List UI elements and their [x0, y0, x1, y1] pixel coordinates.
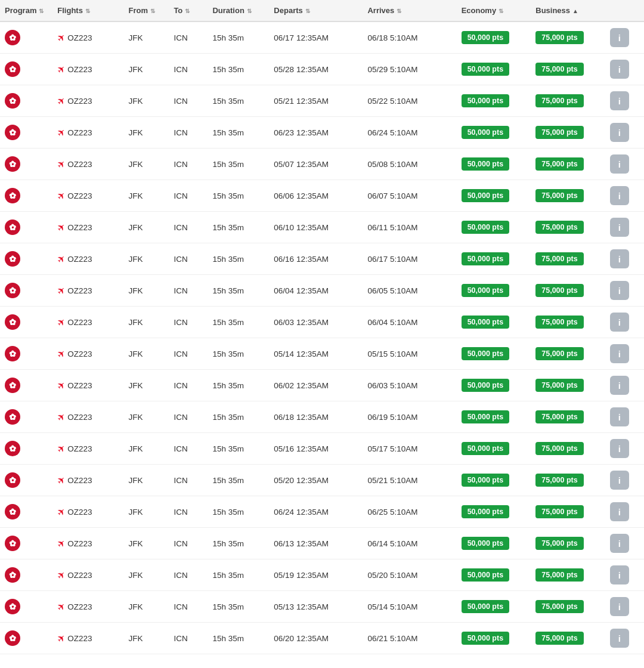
col-header-departs[interactable]: Departs⇅ — [269, 0, 363, 21]
business-badge[interactable]: 75,000 pts — [535, 379, 583, 392]
business-cell[interactable]: 75,000 pts — [531, 370, 605, 401]
economy-cell[interactable]: 50,000 pts — [457, 117, 531, 149]
economy-badge[interactable]: 50,000 pts — [462, 442, 509, 455]
col-header-flights[interactable]: Flights⇅ — [52, 0, 123, 21]
economy-badge[interactable]: 50,000 pts — [462, 537, 509, 550]
info-button[interactable]: i — [610, 281, 629, 300]
action-cell[interactable]: i — [605, 54, 644, 85]
business-cell[interactable]: 75,000 pts — [531, 243, 605, 275]
business-cell[interactable]: 75,000 pts — [531, 623, 605, 654]
economy-badge[interactable]: 50,000 pts — [462, 94, 509, 107]
economy-badge[interactable]: 50,000 pts — [462, 316, 509, 329]
action-cell[interactable]: i — [605, 275, 644, 307]
economy-badge[interactable]: 50,000 pts — [462, 379, 509, 392]
economy-badge[interactable]: 50,000 pts — [462, 505, 509, 518]
col-header-economy[interactable]: Economy⇅ — [457, 0, 531, 21]
action-cell[interactable]: i — [605, 465, 644, 496]
action-cell[interactable]: i — [605, 338, 644, 370]
action-cell[interactable]: i — [605, 433, 644, 465]
col-header-duration[interactable]: Duration⇅ — [208, 0, 269, 21]
business-badge[interactable]: 75,000 pts — [535, 284, 583, 297]
economy-badge[interactable]: 50,000 pts — [462, 600, 509, 613]
col-header-business[interactable]: Business▲ — [531, 0, 605, 21]
action-cell[interactable]: i — [605, 307, 644, 338]
business-cell[interactable]: 75,000 pts — [531, 433, 605, 465]
business-cell[interactable]: 75,000 pts — [531, 85, 605, 117]
economy-badge[interactable]: 50,000 pts — [462, 31, 509, 44]
info-button[interactable]: i — [610, 154, 629, 174]
business-badge[interactable]: 75,000 pts — [535, 221, 583, 234]
economy-cell[interactable]: 50,000 pts — [457, 623, 531, 654]
economy-badge[interactable]: 50,000 pts — [462, 221, 509, 234]
business-cell[interactable]: 75,000 pts — [531, 180, 605, 212]
business-badge[interactable]: 75,000 pts — [535, 568, 583, 582]
economy-cell[interactable]: 50,000 pts — [457, 85, 531, 117]
economy-cell[interactable]: 50,000 pts — [457, 370, 531, 401]
info-button[interactable]: i — [610, 249, 629, 268]
action-cell[interactable]: i — [605, 85, 644, 117]
business-badge[interactable]: 75,000 pts — [535, 94, 583, 107]
col-header-arrives[interactable]: Arrives⇅ — [363, 0, 456, 21]
business-badge[interactable]: 75,000 pts — [535, 347, 583, 360]
economy-cell[interactable]: 50,000 pts — [457, 212, 531, 243]
col-header-from[interactable]: From⇅ — [124, 0, 169, 21]
economy-cell[interactable]: 50,000 pts — [457, 338, 531, 370]
economy-badge[interactable]: 50,000 pts — [462, 410, 509, 423]
economy-badge[interactable]: 50,000 pts — [462, 347, 509, 360]
business-badge[interactable]: 75,000 pts — [535, 632, 583, 645]
business-badge[interactable]: 75,000 pts — [535, 537, 583, 550]
economy-badge[interactable]: 50,000 pts — [462, 632, 509, 645]
economy-badge[interactable]: 50,000 pts — [462, 126, 509, 139]
info-button[interactable]: i — [610, 534, 629, 553]
business-badge[interactable]: 75,000 pts — [535, 442, 583, 455]
economy-badge[interactable]: 50,000 pts — [462, 189, 509, 202]
action-cell[interactable]: i — [605, 623, 644, 654]
economy-badge[interactable]: 50,000 pts — [462, 252, 509, 265]
action-cell[interactable]: i — [605, 21, 644, 54]
info-button[interactable]: i — [610, 91, 629, 110]
info-button[interactable]: i — [610, 597, 629, 616]
action-cell[interactable]: i — [605, 528, 644, 559]
action-cell[interactable]: i — [605, 559, 644, 591]
business-badge[interactable]: 75,000 pts — [535, 126, 583, 139]
economy-cell[interactable]: 50,000 pts — [457, 528, 531, 559]
business-badge[interactable]: 75,000 pts — [535, 189, 583, 202]
economy-badge[interactable]: 50,000 pts — [462, 474, 509, 487]
economy-cell[interactable]: 50,000 pts — [457, 433, 531, 465]
economy-cell[interactable]: 50,000 pts — [457, 180, 531, 212]
business-cell[interactable]: 75,000 pts — [531, 275, 605, 307]
economy-badge[interactable]: 50,000 pts — [462, 284, 509, 297]
info-button[interactable]: i — [610, 344, 629, 363]
business-badge[interactable]: 75,000 pts — [535, 31, 583, 44]
business-cell[interactable]: 75,000 pts — [531, 117, 605, 149]
economy-cell[interactable]: 50,000 pts — [457, 401, 531, 433]
col-header-to[interactable]: To⇅ — [169, 0, 208, 21]
economy-cell[interactable]: 50,000 pts — [457, 465, 531, 496]
business-cell[interactable]: 75,000 pts — [531, 21, 605, 54]
economy-badge[interactable]: 50,000 pts — [462, 157, 509, 171]
action-cell[interactable]: i — [605, 149, 644, 180]
info-button[interactable]: i — [610, 471, 629, 490]
business-cell[interactable]: 75,000 pts — [531, 559, 605, 591]
action-cell[interactable]: i — [605, 591, 644, 623]
info-button[interactable]: i — [610, 186, 629, 205]
economy-cell[interactable]: 50,000 pts — [457, 275, 531, 307]
economy-cell[interactable]: 50,000 pts — [457, 54, 531, 85]
business-cell[interactable]: 75,000 pts — [531, 307, 605, 338]
business-cell[interactable]: 75,000 pts — [531, 528, 605, 559]
info-button[interactable]: i — [610, 376, 629, 395]
business-cell[interactable]: 75,000 pts — [531, 149, 605, 180]
info-button[interactable]: i — [610, 407, 629, 426]
action-cell[interactable]: i — [605, 401, 644, 433]
info-button[interactable]: i — [610, 565, 629, 584]
col-header-program[interactable]: Program⇅ — [0, 0, 52, 21]
info-button[interactable]: i — [610, 439, 629, 458]
economy-cell[interactable]: 50,000 pts — [457, 559, 531, 591]
economy-badge[interactable]: 50,000 pts — [462, 568, 509, 582]
business-cell[interactable]: 75,000 pts — [531, 212, 605, 243]
action-cell[interactable]: i — [605, 212, 644, 243]
business-cell[interactable]: 75,000 pts — [531, 401, 605, 433]
business-cell[interactable]: 75,000 pts — [531, 338, 605, 370]
action-cell[interactable]: i — [605, 180, 644, 212]
economy-cell[interactable]: 50,000 pts — [457, 591, 531, 623]
